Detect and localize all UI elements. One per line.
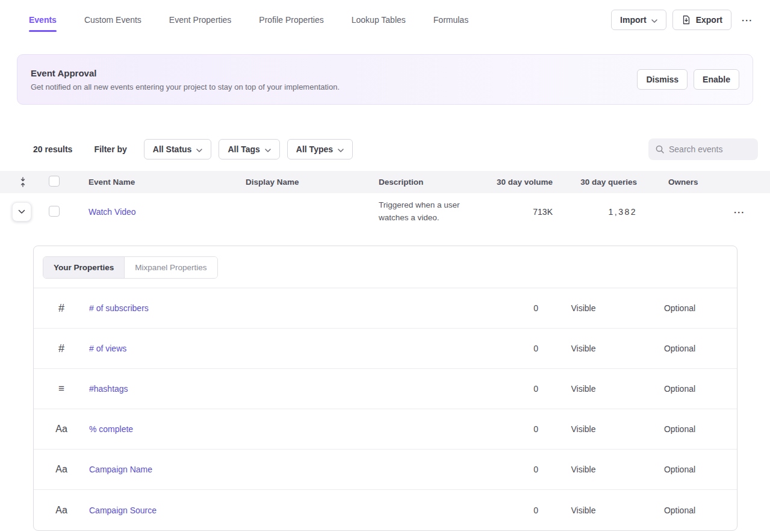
property-visibility[interactable]: Visible xyxy=(538,465,629,474)
export-button-label: Export xyxy=(696,15,722,25)
chevron-down-icon xyxy=(18,209,25,214)
banner-text: Event Approval Get notified on all new e… xyxy=(31,68,340,91)
property-row: # # of views 0 Visible Optional xyxy=(34,329,737,369)
property-visibility[interactable]: Visible xyxy=(538,303,629,313)
chevron-down-icon xyxy=(196,144,202,154)
export-icon xyxy=(682,15,691,25)
property-requirement[interactable]: Optional xyxy=(629,424,731,434)
col-volume: 30 day volume xyxy=(494,178,557,187)
col-owners: Owners xyxy=(642,178,726,187)
property-requirement[interactable]: Optional xyxy=(629,506,731,515)
banner-title: Event Approval xyxy=(31,68,340,78)
tab-lookup-tables[interactable]: Lookup Tables xyxy=(352,10,406,29)
property-volume: 0 xyxy=(466,303,538,313)
search-input[interactable] xyxy=(648,138,758,160)
property-row: ≡ #hashtags 0 Visible Optional xyxy=(34,369,737,409)
status-filter-dropdown[interactable]: All Status xyxy=(144,139,212,159)
event-name-link[interactable]: Watch Video xyxy=(88,207,136,217)
tab-formulas[interactable]: Formulas xyxy=(433,10,468,29)
queries-cell: 1,382 xyxy=(557,207,642,217)
property-visibility[interactable]: Visible xyxy=(538,424,629,434)
row-more-options-icon[interactable]: ⋯ xyxy=(730,204,770,220)
number-type-icon: # xyxy=(58,342,64,355)
row-checkbox[interactable] xyxy=(49,206,60,217)
table-header: Event Name Display Name Description 30 d… xyxy=(0,171,770,193)
tab-custom-events[interactable]: Custom Events xyxy=(84,10,141,29)
tab-your-properties[interactable]: Your Properties xyxy=(43,257,125,278)
search-icon xyxy=(655,144,665,154)
property-name-link[interactable]: Campaign Source xyxy=(89,506,157,515)
properties-panel: Your Properties Mixpanel Properties # # … xyxy=(33,246,737,531)
filter-bar: 20 results Filter by All Status All Tags… xyxy=(33,138,758,160)
properties-tab-group: Your Properties Mixpanel Properties xyxy=(43,256,218,279)
description-cell: Triggered when a user watches a video. xyxy=(379,193,494,230)
volume-cell: 713K xyxy=(494,207,557,217)
property-requirement[interactable]: Optional xyxy=(629,384,731,394)
status-filter-label: All Status xyxy=(153,144,192,154)
property-requirement[interactable]: Optional xyxy=(629,465,731,474)
top-navigation: Events Custom Events Event Properties Pr… xyxy=(0,0,770,40)
filter-by-label: Filter by xyxy=(94,144,126,154)
nav-actions: Import Export ⋯ xyxy=(611,10,757,30)
import-button-label: Import xyxy=(620,15,647,25)
properties-panel-header: Your Properties Mixpanel Properties xyxy=(34,246,737,288)
property-volume: 0 xyxy=(466,465,538,474)
property-requirement[interactable]: Optional xyxy=(629,303,731,313)
property-volume: 0 xyxy=(466,344,538,353)
event-approval-banner: Event Approval Get notified on all new e… xyxy=(17,54,753,105)
nav-tab-bar: Events Custom Events Event Properties Pr… xyxy=(29,10,468,29)
tags-filter-label: All Tags xyxy=(228,144,259,154)
chevron-down-icon xyxy=(651,15,657,25)
export-button[interactable]: Export xyxy=(672,10,731,30)
col-event-name: Event Name xyxy=(88,178,246,187)
tab-mixpanel-properties[interactable]: Mixpanel Properties xyxy=(125,257,217,278)
banner-description: Get notified on all new events entering … xyxy=(31,82,340,91)
property-requirement[interactable]: Optional xyxy=(629,344,731,353)
property-visibility[interactable]: Visible xyxy=(538,506,629,515)
types-filter-label: All Types xyxy=(296,144,333,154)
property-volume: 0 xyxy=(466,424,538,434)
text-type-icon: Aa xyxy=(55,505,67,516)
property-visibility[interactable]: Visible xyxy=(538,344,629,353)
col-display-name: Display Name xyxy=(246,178,379,187)
property-row: # # of subscribers 0 Visible Optional xyxy=(34,288,737,329)
col-queries: 30 day queries xyxy=(557,178,642,187)
col-description: Description xyxy=(379,178,494,187)
property-volume: 0 xyxy=(466,506,538,515)
property-row: Aa % complete 0 Visible Optional xyxy=(34,409,737,450)
property-name-link[interactable]: #hashtags xyxy=(89,384,128,394)
property-name-link[interactable]: Campaign Name xyxy=(89,465,152,474)
banner-actions: Dismiss Enable xyxy=(637,69,739,90)
property-volume: 0 xyxy=(466,384,538,394)
tab-profile-properties[interactable]: Profile Properties xyxy=(259,10,323,29)
more-options-icon[interactable]: ⋯ xyxy=(737,12,757,28)
collapse-all-icon[interactable] xyxy=(12,177,34,187)
select-all-checkbox[interactable] xyxy=(49,176,60,187)
property-row: Aa Campaign Source 0 Visible Optional xyxy=(34,490,737,530)
tab-events[interactable]: Events xyxy=(29,10,57,29)
text-type-icon: Aa xyxy=(55,424,67,435)
collapse-row-button[interactable] xyxy=(12,202,31,221)
property-name-link[interactable]: % complete xyxy=(89,424,133,434)
import-button[interactable]: Import xyxy=(611,10,666,30)
text-type-icon: Aa xyxy=(55,464,67,475)
property-name-link[interactable]: # of subscribers xyxy=(89,303,149,313)
enable-button[interactable]: Enable xyxy=(694,69,739,90)
list-type-icon: ≡ xyxy=(58,383,64,395)
results-count: 20 results xyxy=(33,144,72,154)
lexicon-events-page: Events Custom Events Event Properties Pr… xyxy=(0,0,770,532)
search-box xyxy=(648,138,758,160)
property-name-link[interactable]: # of views xyxy=(89,344,126,353)
property-row: Aa Campaign Name 0 Visible Optional xyxy=(34,450,737,490)
tags-filter-dropdown[interactable]: All Tags xyxy=(219,139,279,159)
chevron-down-icon xyxy=(265,144,271,154)
dismiss-button[interactable]: Dismiss xyxy=(637,69,688,90)
tab-event-properties[interactable]: Event Properties xyxy=(169,10,232,29)
chevron-down-icon xyxy=(338,144,344,154)
property-visibility[interactable]: Visible xyxy=(538,384,629,394)
filter-dropdowns: All Status All Tags All Types xyxy=(144,139,353,159)
number-type-icon: # xyxy=(58,302,64,315)
table-row: Watch Video Triggered when a user watche… xyxy=(0,193,770,230)
types-filter-dropdown[interactable]: All Types xyxy=(287,139,353,159)
